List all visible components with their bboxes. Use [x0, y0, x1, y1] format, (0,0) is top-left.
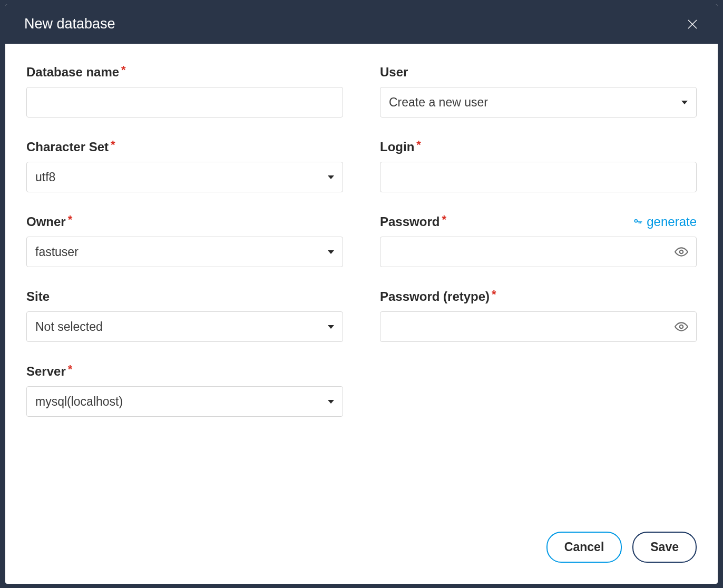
password-retype-label: Password (retype)*: [380, 289, 697, 304]
modal-title: New database: [24, 16, 115, 32]
password-label: Password*: [380, 214, 446, 229]
password-input[interactable]: [380, 237, 697, 267]
svg-point-2: [680, 250, 683, 254]
user-label: User: [380, 65, 697, 80]
select-value: mysql(localhost): [35, 395, 123, 409]
required-asterisk: *: [492, 288, 496, 301]
owner-label: Owner*: [26, 214, 343, 229]
chevron-down-icon: [681, 101, 688, 104]
password-wrapper: [380, 237, 697, 267]
required-asterisk: *: [416, 138, 421, 151]
eye-icon[interactable]: [675, 320, 688, 334]
owner-group: Owner* fastuser: [26, 214, 343, 267]
owner-select[interactable]: fastuser: [26, 237, 343, 267]
site-group: Site Not selected: [26, 289, 343, 342]
generate-text: generate: [647, 214, 697, 229]
key-icon: [633, 217, 643, 227]
server-group: Server* mysql(localhost): [26, 364, 343, 417]
generate-password-link[interactable]: generate: [633, 214, 697, 229]
label-text: User: [380, 65, 408, 79]
character-set-group: Character Set* utf8: [26, 140, 343, 192]
password-label-row: Password* generate: [380, 214, 697, 229]
user-select[interactable]: Create a new user: [380, 87, 697, 117]
chevron-down-icon: [328, 250, 334, 254]
label-text: Character Set: [26, 140, 109, 154]
label-text: Password (retype): [380, 289, 490, 303]
right-column: User Create a new user Login* Password*: [380, 65, 697, 511]
select-value: fastuser: [35, 245, 79, 259]
select-value: Create a new user: [389, 95, 488, 110]
character-set-label: Character Set*: [26, 140, 343, 154]
new-database-modal: New database Database name* Character Se…: [5, 4, 718, 584]
site-label: Site: [26, 289, 343, 304]
required-asterisk: *: [121, 63, 126, 76]
save-button[interactable]: Save: [632, 532, 697, 563]
chevron-down-icon: [328, 325, 334, 329]
required-asterisk: *: [68, 213, 73, 226]
chevron-down-icon: [328, 400, 334, 404]
label-text: Login: [380, 140, 414, 154]
password-group: Password* generate: [380, 214, 697, 267]
database-name-label: Database name*: [26, 65, 343, 80]
select-value: utf8: [35, 170, 55, 184]
required-asterisk: *: [68, 362, 73, 376]
cancel-button[interactable]: Cancel: [546, 532, 622, 563]
label-text: Database name: [26, 65, 119, 79]
label-text: Site: [26, 289, 50, 303]
server-select[interactable]: mysql(localhost): [26, 386, 343, 417]
database-name-group: Database name*: [26, 65, 343, 117]
modal-header: New database: [5, 4, 718, 44]
required-asterisk: *: [442, 213, 446, 226]
login-input[interactable]: [380, 162, 697, 192]
label-text: Owner: [26, 214, 66, 229]
user-group: User Create a new user: [380, 65, 697, 117]
chevron-down-icon: [328, 175, 334, 179]
modal-footer: Cancel Save: [5, 521, 718, 584]
svg-point-3: [680, 325, 683, 329]
modal-body: Database name* Character Set* utf8 Owner…: [5, 44, 718, 521]
server-label: Server*: [26, 364, 343, 379]
required-asterisk: *: [111, 138, 115, 151]
close-icon[interactable]: [686, 18, 699, 31]
eye-icon[interactable]: [675, 245, 688, 259]
label-text: Password: [380, 214, 439, 229]
left-column: Database name* Character Set* utf8 Owner…: [26, 65, 343, 511]
login-group: Login*: [380, 140, 697, 192]
database-name-input[interactable]: [26, 87, 343, 117]
password-retype-input[interactable]: [380, 311, 697, 342]
login-label: Login*: [380, 140, 697, 154]
select-value: Not selected: [35, 320, 103, 334]
site-select[interactable]: Not selected: [26, 311, 343, 342]
password-retype-wrapper: [380, 311, 697, 342]
label-text: Server: [26, 364, 66, 378]
password-retype-group: Password (retype)*: [380, 289, 697, 342]
character-set-select[interactable]: utf8: [26, 162, 343, 192]
